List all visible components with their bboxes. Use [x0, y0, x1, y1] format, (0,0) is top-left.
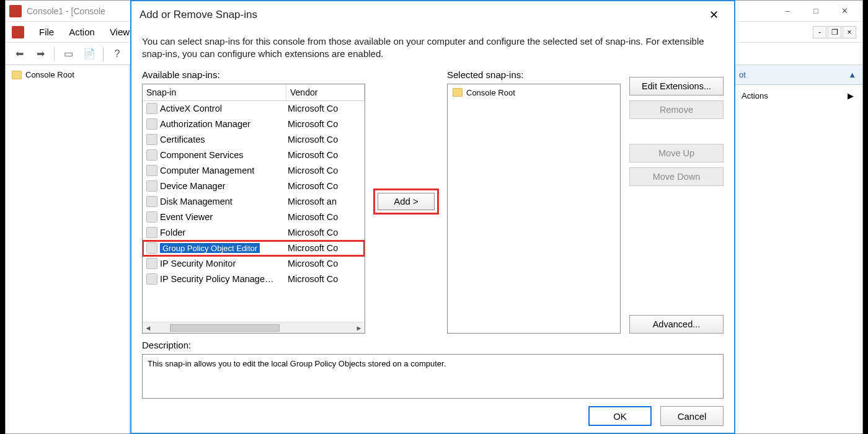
spacer: [629, 124, 724, 139]
minimize-button[interactable]: –: [773, 2, 802, 20]
snapin-icon: [146, 242, 157, 254]
dialog-close-button[interactable]: ✕: [701, 4, 726, 26]
advanced-button[interactable]: Advanced...: [629, 315, 724, 334]
actions-header[interactable]: ot ▲: [733, 65, 862, 85]
show-hide-tree-button[interactable]: ▭: [60, 45, 77, 63]
scroll-track[interactable]: [154, 324, 353, 332]
description-box: This snap-in allows you to edit the loca…: [142, 354, 724, 399]
snapin-row[interactable]: Group Policy Object EditorMicrosoft Co: [143, 241, 365, 256]
maximize-button[interactable]: □: [802, 2, 830, 20]
snapin-row[interactable]: Device ManagerMicrosoft Co: [143, 179, 365, 194]
selected-label: Selected snap-ins:: [447, 69, 621, 80]
snapin-row[interactable]: Component ServicesMicrosoft Co: [143, 148, 365, 163]
back-button[interactable]: ⬅: [11, 45, 28, 63]
menu-file[interactable]: File: [32, 24, 61, 40]
tree-item-label: Console Root: [25, 70, 74, 79]
snapin-name: Certificates: [160, 135, 288, 144]
menu-action[interactable]: Action: [61, 24, 102, 40]
actions-more[interactable]: Actions ▶: [733, 85, 862, 107]
forward-button[interactable]: ➡: [32, 45, 49, 63]
separator: [103, 46, 104, 61]
selected-item-console-root[interactable]: Console Root: [450, 87, 618, 99]
snapin-row[interactable]: ActiveX ControlMicrosoft Co: [143, 101, 365, 117]
move-down-button[interactable]: Move Down: [629, 167, 724, 186]
scroll-right-icon[interactable]: ►: [353, 324, 365, 332]
available-listbox[interactable]: Snap-in Vendor ActiveX ControlMicrosoft …: [142, 84, 365, 334]
snapin-row[interactable]: CertificatesMicrosoft Co: [143, 132, 365, 148]
actions-pane: ot ▲ Actions ▶: [732, 65, 862, 433]
snapin-name: ActiveX Control: [160, 104, 288, 113]
snapin-row[interactable]: Event ViewerMicrosoft Co: [143, 210, 365, 225]
actions-label: Actions: [742, 91, 768, 100]
dialog-columns: Available snap-ins: Snap-in Vendor Activ…: [142, 69, 724, 334]
snapin-icon: [146, 149, 157, 161]
snapin-row[interactable]: FolderMicrosoft Co: [143, 225, 365, 241]
add-button-highlight: Add >: [373, 188, 439, 215]
list-rows[interactable]: ActiveX ControlMicrosoft CoAuthorization…: [143, 101, 365, 322]
snapin-vendor: Microsoft Co: [288, 259, 365, 268]
selected-listbox[interactable]: Console Root: [447, 84, 621, 334]
snapin-name: IP Security Monitor: [160, 259, 288, 268]
export-list-button[interactable]: 📄: [81, 45, 98, 63]
snapin-vendor: Microsoft Co: [288, 243, 365, 253]
dialog-titlebar: Add or Remove Snap-ins ✕: [131, 1, 735, 29]
snapin-vendor: Microsoft Co: [288, 274, 365, 284]
selected-column: Selected snap-ins: Console Root: [447, 69, 621, 334]
app-icon: [9, 5, 22, 17]
child-close-button[interactable]: ×: [843, 26, 856, 38]
snapin-vendor: Microsoft Co: [288, 181, 365, 191]
snapin-row[interactable]: IP Security MonitorMicrosoft Co: [143, 256, 365, 272]
snapin-name: Group Policy Object Editor: [160, 243, 288, 253]
help-button[interactable]: ?: [108, 45, 126, 63]
buttons-column: Edit Extensions... Remove Move Up Move D…: [629, 69, 724, 334]
dialog-intro-text: You can select snap-ins for this console…: [142, 35, 724, 61]
horizontal-scrollbar[interactable]: ◄ ►: [143, 322, 365, 333]
scroll-thumb[interactable]: [170, 324, 280, 332]
snapin-name: Authorization Manager: [160, 119, 288, 129]
description-text: This snap-in allows you to edit the loca…: [148, 359, 446, 368]
list-header: Snap-in Vendor: [143, 84, 365, 101]
available-column: Available snap-ins: Snap-in Vendor Activ…: [142, 69, 365, 334]
snapin-name: Device Manager: [160, 181, 288, 191]
snapin-row[interactable]: IP Security Policy Manage…Microsoft Co: [143, 272, 365, 287]
column-header-vendor[interactable]: Vendor: [286, 84, 365, 100]
tree-pane[interactable]: Console Root: [6, 65, 130, 433]
snapin-icon: [146, 196, 157, 207]
snapin-vendor: Microsoft Co: [288, 212, 365, 222]
snapin-icon: [146, 118, 157, 130]
dialog-buttons: OK Cancel: [142, 406, 724, 426]
middle-column: Add >: [374, 69, 438, 334]
snapin-name: Folder: [160, 228, 288, 237]
snapin-icon: [146, 180, 157, 192]
snapin-icon: [146, 227, 157, 238]
column-header-snapin[interactable]: Snap-in: [143, 84, 286, 100]
spacer: [629, 191, 724, 311]
folder-icon: [12, 71, 22, 79]
child-restore-button[interactable]: ❐: [828, 26, 841, 38]
child-minimize-button[interactable]: -: [813, 26, 826, 38]
snapin-vendor: Microsoft Co: [288, 150, 365, 160]
remove-button[interactable]: Remove: [629, 100, 724, 119]
snapin-name: Component Services: [160, 150, 288, 160]
description-label: Description:: [142, 340, 724, 350]
close-button[interactable]: ✕: [830, 2, 859, 20]
move-up-button[interactable]: Move Up: [629, 144, 724, 162]
cancel-button[interactable]: Cancel: [660, 406, 724, 426]
app-icon: [12, 26, 24, 38]
snapin-row[interactable]: Computer ManagementMicrosoft Co: [143, 163, 365, 179]
folder-icon: [453, 88, 463, 97]
separator: [54, 46, 55, 61]
add-button[interactable]: Add >: [378, 193, 435, 210]
ok-button[interactable]: OK: [588, 406, 652, 426]
snapin-row[interactable]: Authorization ManagerMicrosoft Co: [143, 117, 365, 132]
tree-item-console-root[interactable]: Console Root: [9, 69, 125, 81]
chevron-right-icon: ▶: [848, 91, 854, 100]
scroll-left-icon[interactable]: ◄: [143, 324, 154, 332]
snapin-vendor: Microsoft Co: [288, 104, 365, 113]
snapin-row[interactable]: Disk ManagementMicrosoft an: [143, 194, 365, 210]
selected-item-label: Console Root: [466, 88, 515, 97]
snapin-vendor: Microsoft Co: [288, 166, 365, 175]
snapin-icon: [146, 273, 157, 285]
edit-extensions-button[interactable]: Edit Extensions...: [629, 77, 724, 95]
dialog-title: Add or Remove Snap-ins: [140, 9, 701, 21]
